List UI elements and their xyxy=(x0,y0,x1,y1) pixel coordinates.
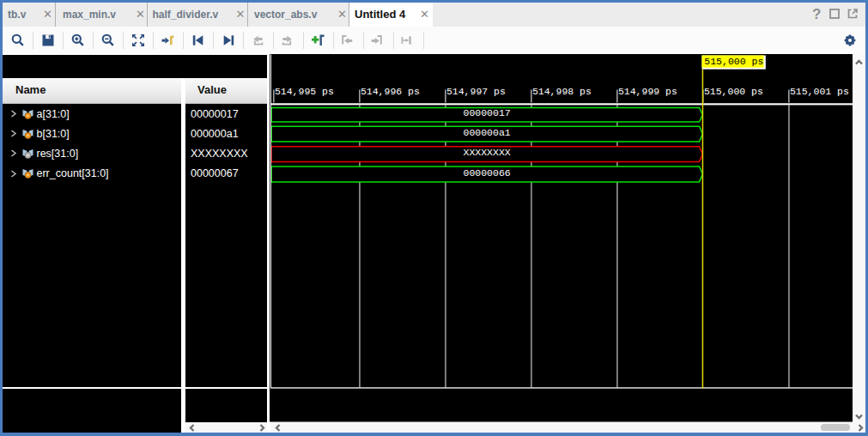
svg-text:514,999 ps: 514,999 ps xyxy=(618,86,677,97)
svg-text:514,997 ps: 514,997 ps xyxy=(446,86,506,97)
svg-text:XXXXXXXX: XXXXXXXX xyxy=(463,147,510,158)
svg-text:515,001 ps: 515,001 ps xyxy=(790,86,849,97)
svg-text:000000a1: 000000a1 xyxy=(463,127,510,138)
svg-text:515,000 ps: 515,000 ps xyxy=(704,56,763,67)
svg-text:00000017: 00000017 xyxy=(463,107,510,118)
svg-text:00000066: 00000066 xyxy=(463,167,510,179)
svg-text:514,995 ps: 514,995 ps xyxy=(275,86,334,97)
svg-text:514,996 ps: 514,996 ps xyxy=(361,86,420,97)
svg-text:514,998 ps: 514,998 ps xyxy=(532,86,592,97)
svg-text:515,000 ps: 515,000 ps xyxy=(704,86,763,97)
